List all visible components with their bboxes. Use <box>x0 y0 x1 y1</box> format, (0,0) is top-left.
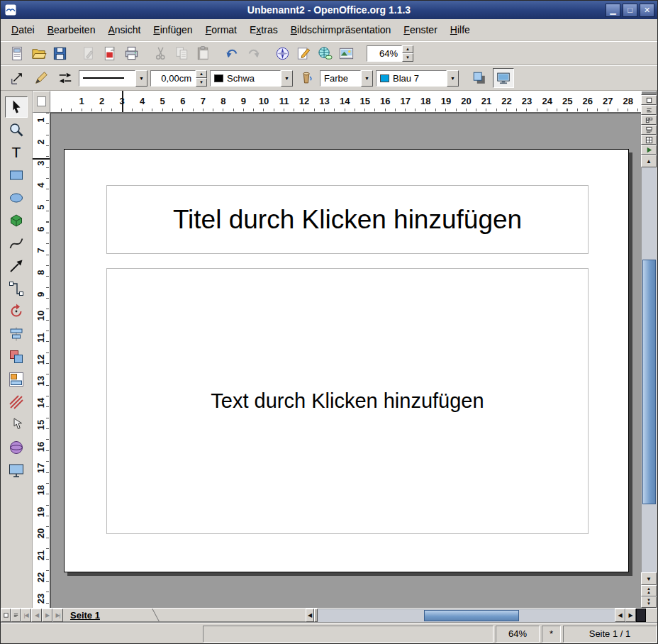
edit-file-button[interactable] <box>78 43 99 63</box>
save-button[interactable] <box>49 43 70 63</box>
undo-button[interactable] <box>221 43 242 63</box>
zoom-increase-button[interactable]: ▲ <box>402 45 413 54</box>
zoom-value-field[interactable]: 64% <box>367 45 402 62</box>
status-zoom-field[interactable]: 64% <box>496 626 540 643</box>
interaction-tool[interactable] <box>5 414 28 435</box>
horizontal-scrollbar-track[interactable] <box>318 609 615 622</box>
h-ruler-number: 1 <box>79 96 84 106</box>
next-slide-tab-button[interactable]: ▶ <box>42 609 52 622</box>
notes-view-button[interactable] <box>641 125 657 135</box>
menu-item-fenster[interactable]: Fenster <box>397 21 443 38</box>
area-fill-color-dropdown-button[interactable]: ▼ <box>447 70 459 87</box>
menu-item-datei[interactable]: Datei <box>5 21 41 38</box>
hyperlink-button[interactable] <box>314 43 335 63</box>
lines-arrows-tool[interactable] <box>5 255 28 277</box>
cut-button[interactable] <box>150 43 171 63</box>
last-slide-tab-button[interactable]: ▶| <box>52 609 63 622</box>
zoom-decrease-button[interactable]: ▼ <box>402 53 413 62</box>
ellipse-tool[interactable] <box>5 187 28 209</box>
menu-item-ansicht[interactable]: Ansicht <box>101 21 147 38</box>
menu-item-bearbeiten[interactable]: Bearbeiten <box>41 21 102 38</box>
line-style-dropdown-button[interactable]: ▼ <box>135 70 147 87</box>
redo-button[interactable] <box>242 43 264 63</box>
print-button[interactable] <box>121 43 142 63</box>
scroll-left-button[interactable]: ◀ <box>615 609 625 622</box>
minimize-button[interactable]: ▁ <box>606 4 620 17</box>
line-width-increase-button[interactable]: ▲ <box>196 70 207 79</box>
text-placeholder[interactable]: Text durch Klicken hinzufügen <box>106 268 589 534</box>
line-width-field[interactable]: 0,00cm <box>150 70 196 87</box>
edit-points-button[interactable] <box>30 68 52 88</box>
3d-objects-tool[interactable] <box>5 210 28 231</box>
zoom-tool[interactable] <box>5 119 28 140</box>
vertical-ruler[interactable]: 1234567891011121314151617181920212223 <box>33 113 50 608</box>
menu-item-hilfe[interactable]: Hilfe <box>444 21 476 38</box>
first-slide-tab-button[interactable]: |◀ <box>21 609 31 622</box>
slides-view-button[interactable] <box>641 115 657 125</box>
curve-tool[interactable] <box>5 233 28 254</box>
tab-bar-mini-button-2[interactable] <box>11 609 21 622</box>
menu-item-bildschirmprsentation[interactable]: Bildschirmpräsentation <box>284 21 398 38</box>
scroll-down-button[interactable]: ▼ <box>641 572 657 585</box>
start-presentation-button[interactable] <box>641 145 657 155</box>
menu-item-einfgen[interactable]: Einfügen <box>147 21 199 38</box>
area-fill-color-field[interactable]: Blau 7 <box>376 70 447 87</box>
copy-button[interactable] <box>171 43 192 63</box>
scroll-right-button[interactable]: ▶ <box>625 609 636 622</box>
insert-tool[interactable] <box>5 369 28 390</box>
alignment-tool[interactable] <box>5 323 28 345</box>
previous-slide-tab-button[interactable]: ◀ <box>31 609 42 622</box>
handout-view-button[interactable] <box>641 135 657 145</box>
line-width-decrease-button[interactable]: ▼ <box>196 78 207 87</box>
line-color-field[interactable]: Schwa <box>210 70 281 87</box>
open-button[interactable] <box>28 43 49 63</box>
connector-tool[interactable] <box>5 278 28 299</box>
menu-item-format[interactable]: Format <box>199 21 243 38</box>
presentation-box-tool[interactable] <box>5 460 28 481</box>
shadow-button[interactable] <box>469 68 490 88</box>
horizontal-ruler[interactable]: 1234567891011121314151617181920212223242… <box>50 91 641 113</box>
work-area[interactable]: Titel durch Klicken hinzufügen Text durc… <box>50 113 641 608</box>
line-color-dropdown-button[interactable]: ▼ <box>281 70 293 87</box>
drawing-view-button[interactable] <box>641 95 657 105</box>
area-style-button[interactable] <box>296 68 317 88</box>
tab-bar-mini-button-1[interactable] <box>1 609 11 622</box>
outline-view-button[interactable] <box>641 105 657 115</box>
titlebar[interactable]: Unbenannt2 - OpenOffice.org 1.1.3 ▁ □ ✕ <box>1 1 657 19</box>
close-button[interactable]: ✕ <box>640 4 654 17</box>
arrange-tool[interactable] <box>5 346 28 367</box>
horizontal-scrollbar-thumb[interactable] <box>424 610 519 621</box>
navigator-button[interactable] <box>272 43 293 63</box>
gluepoints-button[interactable] <box>6 68 28 88</box>
h-ruler-number: 16 <box>380 96 390 106</box>
effects-tool[interactable] <box>5 392 28 413</box>
menu-item-extras[interactable]: Extras <box>243 21 284 38</box>
arrow-style-button[interactable] <box>55 68 76 88</box>
text-tool[interactable]: T <box>5 142 28 163</box>
line-style-field[interactable] <box>79 70 135 87</box>
paste-button[interactable] <box>192 43 213 63</box>
next-slide-button[interactable]: ▼▼ <box>641 596 657 608</box>
previous-slide-button[interactable]: ▲▲ <box>641 585 657 596</box>
select-tool[interactable] <box>5 96 28 118</box>
window-split-corner-button[interactable] <box>636 609 646 622</box>
slide-canvas[interactable]: Titel durch Klicken hinzufügen Text durc… <box>64 149 629 572</box>
title-placeholder[interactable]: Titel durch Klicken hinzufügen <box>106 185 589 254</box>
rotate-tool[interactable] <box>5 301 28 322</box>
new-presentation-button[interactable] <box>6 43 28 63</box>
edit-button[interactable] <box>293 43 314 63</box>
presentation-box-toggle[interactable] <box>493 68 514 88</box>
3d-controller-tool[interactable] <box>5 437 28 458</box>
scrollbar-split-left-button[interactable]: ◀ <box>306 609 314 622</box>
export-pdf-button[interactable] <box>99 43 121 63</box>
area-fill-type-field[interactable]: Farbe <box>320 70 361 87</box>
scroll-up-button[interactable]: ▲ <box>641 155 657 167</box>
maximize-button[interactable]: □ <box>623 4 637 17</box>
slide-tab-seite-1[interactable]: Seite 1 <box>63 609 160 622</box>
rectangle-tool[interactable] <box>5 165 28 186</box>
vertical-scrollbar-thumb[interactable] <box>642 260 656 504</box>
area-fill-type-dropdown-button[interactable]: ▼ <box>361 70 373 87</box>
vertical-scrollbar-track[interactable] <box>641 167 657 572</box>
ruler-origin-corner[interactable] <box>33 91 50 113</box>
gallery-button[interactable] <box>335 43 357 63</box>
